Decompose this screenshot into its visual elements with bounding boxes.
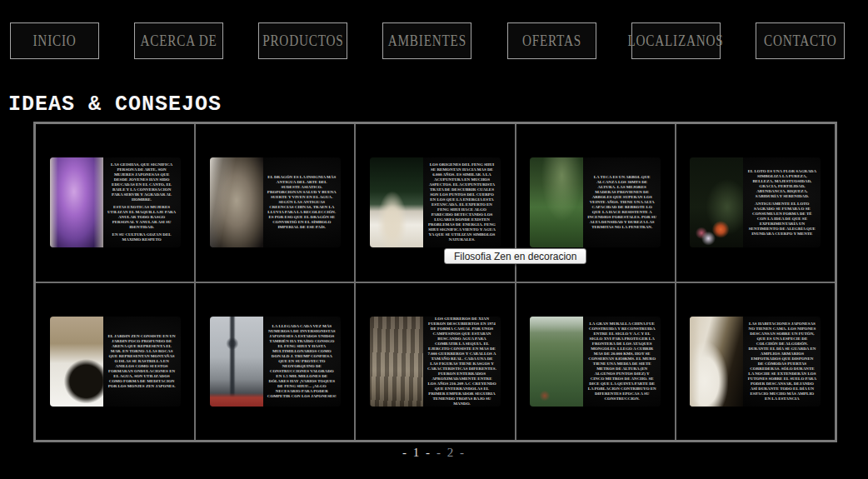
dragon-statue-photo xyxy=(210,157,263,247)
nav-button-label: ACERCA DE xyxy=(141,32,217,50)
card-paragraph: ESTAS EXOTICAS MUJERES UTILIZAN EL MAQUI… xyxy=(107,205,177,230)
card-text: EL JARDIN ZEN CONSISTE EN UN JARDIN POCO… xyxy=(103,317,181,407)
card-paragraph: LA TECA ES UN ARBOL QUE ALCANZA LOS 30MT… xyxy=(587,175,656,230)
nav-button-localizanos[interactable]: LOCALIZANOS xyxy=(631,22,721,59)
shanghai-tower-photo xyxy=(210,317,263,407)
grid-cell: LA GRAN MURALLA CHINA FUE CONSTRUIDA Y R… xyxy=(516,283,675,441)
card-paragraph: LOS GUERREROS DE XIAN FUERON DESCUBIERTO… xyxy=(427,317,496,407)
grid-cell: LA LLEGADA CADA VEZ MÁS NUMEROSA DE INVE… xyxy=(196,283,354,441)
pagination: - 1 -- 2 - xyxy=(0,446,868,460)
card-paragraph: LAS GEISHAS, QUE SIGNIFICA PERSONA DE AR… xyxy=(107,162,177,202)
grid-cell: EL DRAGÓN ES LA INSIGNIA MÁS ANTIGUA DEL… xyxy=(196,124,354,282)
page-link-1[interactable]: - 1 - xyxy=(402,446,432,459)
nav-button-productos[interactable]: PRODUCTOS xyxy=(258,22,347,59)
nav-button-label: CONTACTO xyxy=(764,32,837,50)
idea-card[interactable]: LA TECA ES UN ARBOL QUE ALCANZA LOS 30MT… xyxy=(530,157,661,247)
card-text: LAS HABITACIONES JAPONESAS NO TIENEN CAM… xyxy=(743,317,821,407)
zen-garden-photo xyxy=(50,317,103,407)
grid-cell: LAS HABITACIONES JAPONESAS NO TIENEN CAM… xyxy=(676,283,835,441)
teak-forest-photo xyxy=(530,157,583,247)
card-paragraph: LA LLEGADA CADA VEZ MÁS NUMEROSA DE INVE… xyxy=(267,324,337,399)
nav-button-inicio[interactable]: INICIO xyxy=(10,22,99,59)
card-paragraph: LA GRAN MURALLA CHINA FUE CONSTRUIDA Y R… xyxy=(587,322,656,402)
geisha-photo xyxy=(50,157,103,247)
nav-button-label: OFERTAS xyxy=(522,32,581,50)
card-text: LAS GEISHAS, QUE SIGNIFICA PERSONA DE AR… xyxy=(103,157,181,247)
card-paragraph: EL JARDIN ZEN CONSISTE EN UN JARDIN POCO… xyxy=(107,334,177,389)
idea-card[interactable]: EL DRAGÓN ES LA INSIGNIA MÁS ANTIGUA DEL… xyxy=(210,157,341,247)
card-text: LOS GUERREROS DE XIAN FUERON DESCUBIERTO… xyxy=(423,317,501,407)
idea-card[interactable]: EL LOTO ES UNA FLOR SAGRADA SIMBOLIZA LA… xyxy=(690,157,821,247)
card-paragraph: LAS HABITACIONES JAPONESAS NO TIENEN CAM… xyxy=(747,322,816,402)
card-paragraph: EL LOTO ES UNA FLOR SAGRADA SIMBOLIZA LA… xyxy=(747,169,816,199)
card-paragraph: EL DRAGÓN ES LA INSIGNIA MÁS ANTIGUA DEL… xyxy=(267,175,337,230)
page-link-2[interactable]: - 2 - xyxy=(436,446,466,459)
nav-button-acerca-de[interactable]: ACERCA DE xyxy=(134,22,223,59)
japanese-room-futon-photo xyxy=(690,317,743,407)
nav-button-label: LOCALIZANOS xyxy=(628,32,724,50)
ideas-grid: LAS GEISHAS, QUE SIGNIFICA PERSONA DE AR… xyxy=(33,122,837,442)
card-text: LA TECA ES UN ARBOL QUE ALCANZA LOS 30MT… xyxy=(583,157,661,247)
main-nav: INICIOACERCA DEPRODUCTOSAMBIENTESOFERTAS… xyxy=(10,22,845,59)
great-wall-photo xyxy=(530,317,583,407)
idea-card[interactable]: LA LLEGADA CADA VEZ MÁS NUMEROSA DE INVE… xyxy=(210,317,341,407)
grid-cell: EL JARDIN ZEN CONSISTE EN UN JARDIN POCO… xyxy=(36,283,194,441)
tooltip: Filosofia Zen en decoracion xyxy=(444,248,586,264)
card-text: LA LLEGADA CADA VEZ MÁS NUMEROSA DE INVE… xyxy=(263,317,341,407)
card-paragraph: LOS ORIGENES DEL FENG SHUI SE REMONTAN H… xyxy=(427,162,496,242)
nav-button-ambientes[interactable]: AMBIENTES xyxy=(382,22,471,59)
lotus-buddha-photo xyxy=(690,157,743,247)
card-text: LA GRAN MURALLA CHINA FUE CONSTRUIDA Y R… xyxy=(583,317,661,407)
card-paragraph: ANTIGUAMENTE EL LOTO SAGRADO SE FUMABA O… xyxy=(747,202,816,237)
feng-shui-furniture-photo xyxy=(370,157,423,247)
card-paragraph: EN SU CULTURA GOZAN DEL MAXIMO RESPETO xyxy=(107,232,177,242)
idea-card[interactable]: LAS HABITACIONES JAPONESAS NO TIENEN CAM… xyxy=(690,317,821,407)
nav-button-contacto[interactable]: CONTACTO xyxy=(756,22,845,59)
idea-card[interactable]: LAS GEISHAS, QUE SIGNIFICA PERSONA DE AR… xyxy=(50,157,181,247)
grid-cell: EL LOTO ES UNA FLOR SAGRADA SIMBOLIZA LA… xyxy=(676,124,835,282)
idea-card[interactable]: EL JARDIN ZEN CONSISTE EN UN JARDIN POCO… xyxy=(50,317,181,407)
idea-card[interactable]: LOS ORIGENES DEL FENG SHUI SE REMONTAN H… xyxy=(370,157,501,247)
grid-cell: LOS GUERREROS DE XIAN FUERON DESCUBIERTO… xyxy=(356,283,514,441)
idea-card[interactable]: LA GRAN MURALLA CHINA FUE CONSTRUIDA Y R… xyxy=(530,317,661,407)
idea-card[interactable]: LOS GUERREROS DE XIAN FUERON DESCUBIERTO… xyxy=(370,317,501,407)
card-text: EL LOTO ES UNA FLOR SAGRADA SIMBOLIZA LA… xyxy=(743,157,821,247)
nav-button-ofertas[interactable]: OFERTAS xyxy=(507,22,596,59)
card-text: EL DRAGÓN ES LA INSIGNIA MÁS ANTIGUA DEL… xyxy=(263,157,341,247)
page-title: IDEAS & CONSEJOS xyxy=(8,92,222,117)
nav-button-label: INICIO xyxy=(32,32,76,50)
xian-warriors-photo xyxy=(370,317,423,407)
card-text: LOS ORIGENES DEL FENG SHUI SE REMONTAN H… xyxy=(423,157,501,247)
nav-button-label: AMBIENTES xyxy=(388,32,466,50)
nav-button-label: PRODUCTOS xyxy=(262,32,343,50)
grid-cell: LAS GEISHAS, QUE SIGNIFICA PERSONA DE AR… xyxy=(36,124,194,282)
